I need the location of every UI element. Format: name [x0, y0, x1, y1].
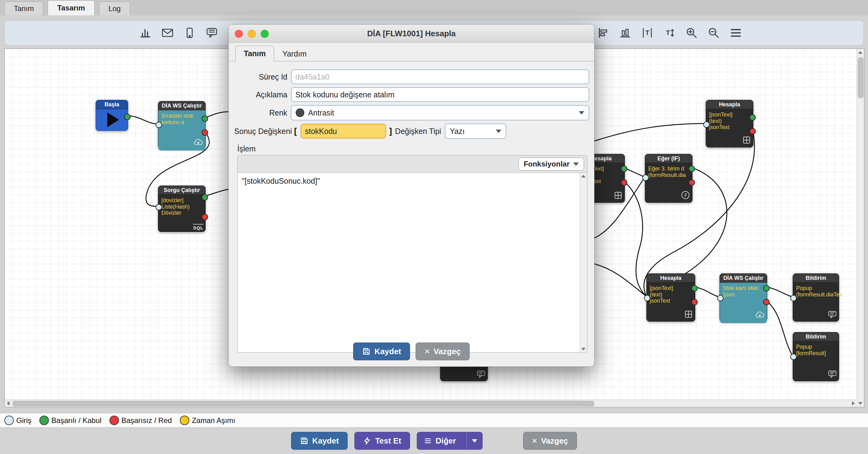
port-fail[interactable]: [763, 299, 770, 305]
sonuc-degiskeni-label: Sonuç Değişkeni [: [229, 126, 297, 136]
success-port-swatch: [39, 416, 49, 425]
canvas-vertical-scrollbar[interactable]: [857, 49, 864, 407]
dialog-tabstrip: Tanım Yardım: [229, 43, 594, 61]
sonuc-degiskeni-input[interactable]: [301, 124, 386, 138]
port-success[interactable]: [202, 116, 208, 122]
islem-panel-header: Fonksiyonlar: [238, 155, 587, 173]
port-fail[interactable]: [688, 180, 695, 186]
zoom-in-icon[interactable]: [685, 26, 698, 40]
tip-value: Yazı: [450, 127, 464, 136]
canvas-horizontal-scrollbar[interactable]: [5, 400, 857, 407]
cancel-label: Vazgeç: [541, 436, 568, 446]
svg-text:T: T: [666, 29, 670, 37]
port-input[interactable]: [717, 295, 723, 301]
port-input[interactable]: [790, 295, 797, 301]
legend-zaman-asimi: Zaman Aşımı: [180, 416, 235, 425]
chat-icon[interactable]: [205, 26, 219, 40]
port-fail[interactable]: [749, 128, 756, 134]
tab-log[interactable]: Log: [99, 2, 130, 15]
node-title: DİA WS Çalıştır: [158, 101, 205, 110]
other-dropdown-toggle[interactable]: [467, 432, 482, 449]
port-success[interactable]: [691, 285, 698, 292]
node-hesapla-bottom[interactable]: Hesapla [jsonText] (text) jsonText: [646, 273, 695, 322]
fonksiyonlar-button[interactable]: Fonksiyonlar: [519, 158, 584, 170]
dialog-cancel-label: Vazgeç: [434, 347, 461, 356]
speech-icon: [828, 370, 837, 380]
test-button[interactable]: Test Et: [354, 432, 410, 450]
port-input[interactable]: [790, 354, 797, 360]
legend-basarili: Başarılı / Kabul: [39, 416, 101, 425]
port-fail[interactable]: [621, 180, 627, 186]
dialog-titlebar[interactable]: DİA [FLW1001] Hesapla: [229, 25, 594, 43]
node-eger-if[interactable]: Eğer (IF) Eğer 3. birim d (formResult.di…: [645, 154, 692, 203]
zoom-out-icon[interactable]: [707, 26, 720, 40]
list-icon: [424, 437, 432, 445]
renk-select[interactable]: Antrasit: [291, 105, 589, 121]
node-dia-ws-2[interactable]: DİA WS Çalıştır Stok kartı ekle: [json: [719, 273, 767, 322]
scroll-thumb[interactable]: [12, 401, 594, 407]
window-tabbar: Tanım Tasarım Log: [0, 0, 868, 16]
surec-id-label: Süreç Id: [229, 72, 287, 82]
tab-tanim[interactable]: Tanım: [4, 2, 43, 15]
dialog-save-label: Kaydet: [374, 347, 401, 356]
port-success[interactable]: [763, 285, 770, 292]
port-input[interactable]: [642, 174, 649, 181]
editor-scrollbar[interactable]: [580, 173, 587, 352]
port-success[interactable]: [749, 114, 756, 121]
other-button[interactable]: Diğer: [417, 432, 482, 450]
port-fail[interactable]: [202, 129, 208, 136]
port-success[interactable]: [688, 166, 695, 172]
degisken-tipi-select[interactable]: Yazı: [445, 124, 506, 139]
chevron-down-icon: [579, 111, 584, 115]
align-bottom-icon[interactable]: [618, 26, 632, 40]
port-input[interactable]: [156, 122, 162, 128]
save-button[interactable]: Kaydet: [291, 432, 348, 450]
port-success[interactable]: [124, 114, 131, 120]
text-height-icon[interactable]: T: [663, 26, 676, 40]
cancel-button[interactable]: × Vazgeç: [523, 432, 577, 450]
dialog-tab-tanim[interactable]: Tanım: [236, 46, 274, 61]
port-input[interactable]: [703, 121, 710, 128]
text-width-icon[interactable]: T: [641, 26, 654, 40]
dialog-save-button[interactable]: Kaydet: [353, 343, 410, 360]
renk-value: Antrasit: [308, 108, 334, 117]
close-icon[interactable]: [235, 30, 243, 38]
calculator-icon: [684, 310, 693, 320]
surec-id-input[interactable]: [291, 69, 589, 84]
tab-tanim-label: Tanım: [14, 4, 34, 13]
lightning-icon: [363, 437, 371, 445]
node-bildirim-1[interactable]: Bildirim Popup (formResult.diaTex: [793, 273, 839, 322]
legend-giris: Giriş: [4, 416, 31, 425]
node-title: Sorgu Çalıştır: [158, 186, 205, 195]
node-title: Başla: [96, 100, 128, 109]
islem-label: İşlem: [237, 144, 594, 153]
node-hesapla-top[interactable]: Hesapla [jsonText] (text) jsonText: [706, 100, 753, 148]
islem-editor[interactable]: "[stokKoduSonuc.kod]": [238, 173, 580, 352]
align-left-icon[interactable]: [596, 26, 610, 40]
tab-tasarim[interactable]: Tasarım: [48, 0, 94, 15]
tab-tasarim-label: Tasarım: [57, 4, 85, 12]
port-fail[interactable]: [202, 214, 208, 220]
port-success[interactable]: [202, 194, 208, 201]
node-bildirim-2[interactable]: Bildirim Popup [formResult]: [793, 332, 839, 381]
aciklama-input[interactable]: [291, 87, 589, 102]
dialog-tab-yardim[interactable]: Yardım: [274, 46, 315, 61]
port-fail[interactable]: [691, 299, 698, 305]
minimize-icon[interactable]: [248, 30, 256, 38]
node-basla[interactable]: Başla: [96, 100, 128, 131]
mobile-icon[interactable]: [183, 26, 196, 40]
mail-icon[interactable]: [161, 26, 174, 40]
dialog-cancel-button[interactable]: × Vazgeç: [415, 343, 470, 360]
maximize-icon[interactable]: [261, 30, 269, 38]
close-x-icon: ×: [532, 436, 537, 445]
port-input[interactable]: [156, 204, 162, 210]
menu-icon[interactable]: [729, 26, 743, 40]
svg-text:T: T: [645, 29, 649, 37]
node-title: Bildirim: [793, 274, 839, 283]
port-input[interactable]: [644, 295, 650, 301]
scroll-thumb[interactable]: [858, 58, 863, 98]
port-success[interactable]: [621, 166, 627, 172]
node-dia-ws-1[interactable]: DİA WS Çalıştır Sıradaki stok kodunu a: [158, 101, 206, 149]
node-sorgu-calistir[interactable]: Sorgu Çalıştır [dovizler] Liste(Hash) Dö…: [158, 186, 206, 232]
chart-icon[interactable]: [138, 26, 152, 40]
